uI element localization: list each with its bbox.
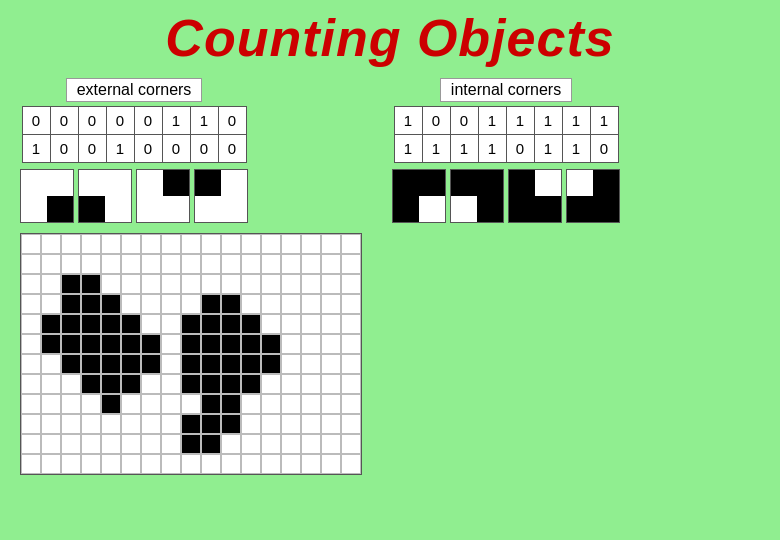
big-grid-cell <box>221 434 241 454</box>
quadrant <box>593 170 619 196</box>
big-grid-cell <box>161 234 181 254</box>
big-grid-cell <box>141 434 161 454</box>
external-corners-section: external corners 0000011010010000 <box>20 78 248 223</box>
big-grid-cell <box>341 314 361 334</box>
big-grid-cell <box>201 314 221 334</box>
big-grid-cell <box>21 354 41 374</box>
big-grid-cell <box>321 434 341 454</box>
big-grid-cell <box>21 234 41 254</box>
big-grid-cell <box>281 354 301 374</box>
quadrant <box>419 170 445 196</box>
table-cell: 1 <box>162 107 190 135</box>
quadrant <box>163 170 189 196</box>
big-grid-cell <box>341 374 361 394</box>
big-grid-cell <box>241 274 261 294</box>
table-cell: 1 <box>106 135 134 163</box>
big-grid-cell <box>181 414 201 434</box>
big-grid-cell <box>41 234 61 254</box>
big-grid-cell <box>121 334 141 354</box>
table-cell: 1 <box>562 135 590 163</box>
big-grid-cell <box>221 254 241 274</box>
big-grid-cell <box>221 314 241 334</box>
big-grid-cell <box>181 454 201 474</box>
big-grid-cell <box>341 454 361 474</box>
pattern-cell <box>508 169 562 223</box>
big-grid-cell <box>141 314 161 334</box>
big-grid-cell <box>101 434 121 454</box>
big-grid-cell <box>141 234 161 254</box>
big-grid-cell <box>121 274 141 294</box>
big-grid-cell <box>221 294 241 314</box>
big-grid-cell <box>21 394 41 414</box>
internal-corners-section: internal corners 1001111111110110 <box>392 78 620 223</box>
big-grid-cell <box>301 294 321 314</box>
big-grid-cell <box>241 374 261 394</box>
big-grid-cell <box>181 234 201 254</box>
big-grid-cell <box>101 334 121 354</box>
big-grid-cell <box>161 394 181 414</box>
big-grid-cell <box>161 314 181 334</box>
quadrant <box>535 196 561 222</box>
quadrant <box>567 170 593 196</box>
quadrant <box>79 196 105 222</box>
big-grid-cell <box>141 454 161 474</box>
big-grid-cell <box>61 254 81 274</box>
big-grid-cell <box>61 314 81 334</box>
external-corners-label: external corners <box>66 78 203 102</box>
big-grid-cell <box>121 234 141 254</box>
big-grid-cell <box>21 454 41 474</box>
table-cell: 0 <box>78 135 106 163</box>
big-grid-cell <box>221 454 241 474</box>
big-grid-cell <box>281 274 301 294</box>
table-cell: 0 <box>162 135 190 163</box>
table-cell: 0 <box>506 135 534 163</box>
big-grid-cell <box>121 294 141 314</box>
table-cell: 0 <box>590 135 618 163</box>
table-cell: 1 <box>590 107 618 135</box>
table-cell: 1 <box>562 107 590 135</box>
big-grid-cell <box>21 274 41 294</box>
big-grid-cell <box>301 274 321 294</box>
big-grid-cell <box>241 454 261 474</box>
big-grid-cell <box>181 354 201 374</box>
big-grid-cell <box>121 394 141 414</box>
big-grid-cell <box>141 254 161 274</box>
big-grid-cell <box>141 374 161 394</box>
big-grid-cell <box>281 234 301 254</box>
quadrant <box>105 196 131 222</box>
big-grid-cell <box>201 274 221 294</box>
big-grid-cell <box>341 334 361 354</box>
big-grid-cell <box>41 254 61 274</box>
table-cell: 1 <box>394 135 422 163</box>
big-grid-cell <box>61 434 81 454</box>
big-grid-cell <box>101 234 121 254</box>
big-grid-cell <box>61 354 81 374</box>
big-grid-cell <box>281 314 301 334</box>
table-cell: 0 <box>450 107 478 135</box>
pattern-cell <box>136 169 190 223</box>
big-grid-cell <box>321 294 341 314</box>
internal-patterns <box>392 169 620 223</box>
big-grid-cell <box>221 274 241 294</box>
big-grid-cell <box>321 334 341 354</box>
big-grid-cell <box>181 314 201 334</box>
table-cell: 0 <box>50 107 78 135</box>
big-grid-cell <box>81 234 101 254</box>
big-grid-cell <box>241 354 261 374</box>
big-grid-cell <box>61 394 81 414</box>
big-grid-cell <box>321 234 341 254</box>
table-cell: 0 <box>50 135 78 163</box>
pattern-cell <box>450 169 504 223</box>
big-grid-cell <box>221 354 241 374</box>
big-grid-cell <box>181 334 201 354</box>
big-grid-cell <box>241 434 261 454</box>
big-grid-cell <box>141 334 161 354</box>
big-grid-cell <box>301 414 321 434</box>
big-grid-cell <box>201 434 221 454</box>
quadrant <box>79 170 105 196</box>
big-grid-cell <box>141 354 161 374</box>
big-grid-cell <box>221 414 241 434</box>
quadrant <box>477 170 503 196</box>
big-grid-cell <box>341 254 361 274</box>
big-grid-cell <box>81 354 101 374</box>
